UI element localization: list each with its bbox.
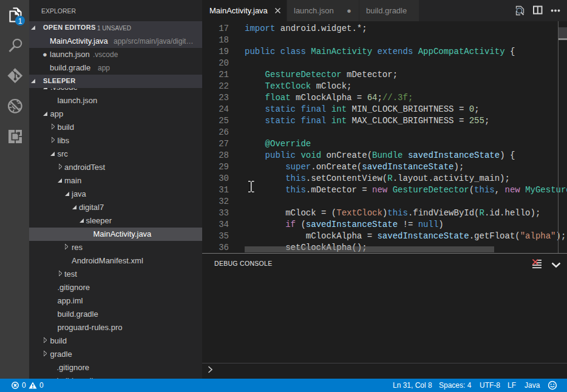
- svg-text:1: 1: [18, 17, 22, 25]
